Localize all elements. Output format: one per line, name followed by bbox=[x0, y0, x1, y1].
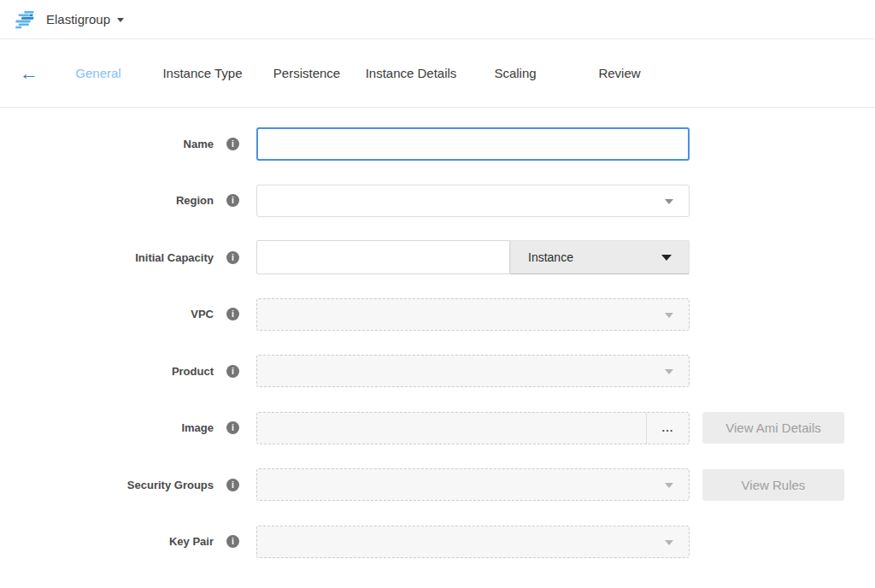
form-row-key-pair: Key Pair i bbox=[0, 525, 875, 559]
chevron-down-icon bbox=[665, 483, 673, 488]
wizard-tabs: General Instance Type Persistence Instan… bbox=[46, 66, 672, 80]
product-switcher[interactable]: Elastigroup bbox=[14, 9, 124, 30]
info-icon[interactable]: i bbox=[226, 138, 239, 150]
image-browse-button: ... bbox=[646, 413, 689, 444]
app-header: Elastigroup bbox=[0, 0, 875, 39]
initial-capacity-input[interactable] bbox=[256, 240, 510, 274]
vpc-select bbox=[256, 298, 690, 331]
form-row-initial-capacity: Initial Capacity i Instance bbox=[0, 240, 875, 274]
product-select bbox=[256, 355, 690, 387]
chevron-down-icon bbox=[117, 18, 124, 22]
capacity-unit-select[interactable]: Instance bbox=[510, 240, 690, 274]
tab-general[interactable]: General bbox=[46, 66, 150, 80]
form-row-vpc: VPC i bbox=[0, 297, 875, 332]
image-input-value bbox=[257, 413, 646, 444]
form-row-image: Image i ... View Ami Details bbox=[0, 411, 875, 445]
elastigroup-logo-icon bbox=[14, 9, 36, 30]
info-icon[interactable]: i bbox=[226, 194, 239, 207]
view-ami-details-button: View Ami Details bbox=[702, 412, 844, 444]
chevron-down-icon bbox=[665, 369, 673, 374]
form-row-name: Name i bbox=[0, 126, 875, 161]
tab-instance-type[interactable]: Instance Type bbox=[150, 66, 255, 80]
wizard-tab-bar: ← General Instance Type Persistence Inst… bbox=[0, 39, 875, 108]
info-icon[interactable]: i bbox=[226, 365, 239, 378]
view-rules-button: View Rules bbox=[702, 469, 844, 501]
name-label: Name bbox=[0, 138, 214, 150]
product-label: Product bbox=[0, 365, 214, 378]
info-icon[interactable]: i bbox=[226, 308, 239, 320]
info-icon[interactable]: i bbox=[226, 479, 239, 491]
info-icon[interactable]: i bbox=[226, 421, 239, 434]
security-groups-select bbox=[256, 468, 690, 501]
name-input[interactable] bbox=[256, 127, 690, 161]
capacity-unit-value: Instance bbox=[528, 250, 573, 264]
tab-persistence[interactable]: Persistence bbox=[255, 66, 359, 80]
tab-scaling[interactable]: Scaling bbox=[463, 66, 567, 80]
region-label: Region bbox=[0, 194, 214, 207]
security-groups-label: Security Groups bbox=[0, 479, 214, 491]
vpc-label: VPC bbox=[0, 308, 214, 320]
info-icon[interactable]: i bbox=[226, 251, 239, 264]
chevron-down-icon bbox=[665, 199, 673, 204]
key-pair-label: Key Pair bbox=[0, 535, 214, 548]
chevron-down-icon bbox=[665, 540, 673, 545]
general-settings-form: Name i Region i Initial Capacity i Insta… bbox=[0, 108, 875, 559]
back-arrow-icon[interactable]: ← bbox=[12, 64, 46, 83]
chevron-down-icon bbox=[661, 255, 672, 261]
tab-instance-details[interactable]: Instance Details bbox=[359, 66, 463, 80]
form-row-security-groups: Security Groups i View Rules bbox=[0, 467, 875, 502]
info-icon[interactable]: i bbox=[226, 535, 239, 548]
image-input: ... bbox=[256, 412, 690, 444]
form-row-region: Region i bbox=[0, 184, 875, 218]
chevron-down-icon bbox=[665, 313, 673, 318]
product-name: Elastigroup bbox=[46, 12, 110, 26]
image-label: Image bbox=[0, 421, 214, 434]
region-select[interactable] bbox=[256, 185, 690, 217]
initial-capacity-label: Initial Capacity bbox=[0, 251, 214, 264]
tab-review[interactable]: Review bbox=[567, 66, 672, 80]
form-row-product: Product i bbox=[0, 354, 875, 388]
key-pair-select bbox=[256, 526, 690, 558]
